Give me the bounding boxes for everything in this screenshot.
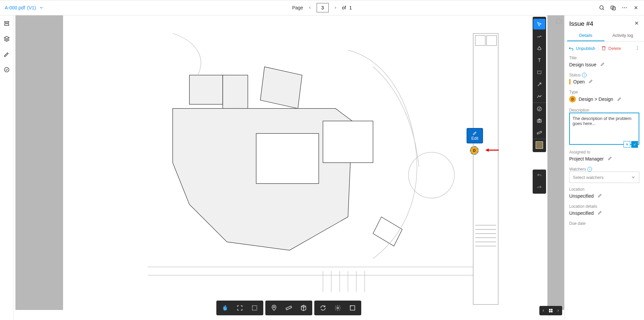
- chevron-down-icon[interactable]: [38, 4, 45, 11]
- undo-icon[interactable]: [533, 170, 546, 182]
- polyline-tool-icon[interactable]: [533, 90, 546, 103]
- svg-marker-31: [485, 148, 489, 152]
- svg-line-1: [603, 9, 604, 10]
- location-details-field-label: Location details: [569, 204, 639, 209]
- trash-icon: [601, 46, 606, 51]
- edit-tooltip[interactable]: Edit: [467, 128, 483, 143]
- fit-icon[interactable]: [232, 302, 247, 314]
- home-icon[interactable]: [555, 17, 562, 25]
- issue-panel: Issue #4 Details Activity log Unpublish …: [564, 15, 644, 320]
- svg-rect-9: [5, 21, 9, 23]
- fullscreen-icon[interactable]: [345, 302, 360, 314]
- svg-point-51: [637, 46, 638, 47]
- unpublish-button[interactable]: Unpublish: [569, 46, 595, 51]
- tab-activity-log[interactable]: Activity log: [604, 30, 642, 41]
- file-version: (V1): [27, 5, 36, 10]
- description-textarea[interactable]: [569, 113, 639, 145]
- svg-rect-17: [256, 133, 319, 183]
- select-tool-icon[interactable]: [533, 19, 545, 29]
- svg-point-43: [337, 307, 339, 309]
- edit-status-icon[interactable]: [589, 79, 593, 84]
- due-date-field-label: Due date: [569, 221, 639, 226]
- markup-toolbar: [533, 17, 546, 152]
- text-tool-icon[interactable]: [533, 54, 546, 66]
- camera-tool-icon[interactable]: [533, 115, 546, 127]
- svg-rect-46: [551, 309, 553, 311]
- svg-point-38: [538, 120, 540, 122]
- thumb-prev-icon[interactable]: [540, 307, 547, 315]
- ruler-tool-icon[interactable]: [533, 127, 546, 139]
- watchers-select[interactable]: Select watchers: [569, 172, 639, 183]
- page-of-label: of: [342, 5, 346, 10]
- location-details-field-value: Unspecified: [569, 210, 594, 216]
- svg-marker-19: [373, 217, 402, 246]
- info-icon[interactable]: i: [582, 73, 587, 77]
- status-field-label: Status: [569, 73, 581, 77]
- panel-icon[interactable]: [2, 19, 11, 28]
- zoom-window-icon[interactable]: [247, 302, 262, 314]
- svg-point-41: [273, 307, 274, 308]
- close-icon[interactable]: [633, 4, 639, 11]
- cube-3d-icon[interactable]: [296, 302, 311, 314]
- bottom-toolbar: [216, 301, 361, 315]
- svg-rect-34: [538, 71, 541, 74]
- redo-icon[interactable]: [533, 182, 546, 194]
- arrow-tool-icon[interactable]: [533, 78, 546, 90]
- thumb-grid-icon[interactable]: [547, 307, 555, 315]
- edit-location-icon[interactable]: [598, 193, 602, 199]
- svg-point-5: [624, 7, 625, 8]
- measure-icon[interactable]: [281, 302, 296, 314]
- thumb-next-icon[interactable]: [555, 307, 561, 315]
- location-pin-icon[interactable]: [267, 302, 281, 314]
- page-prev-icon[interactable]: [307, 4, 313, 11]
- search-icon[interactable]: [598, 4, 605, 11]
- refresh-icon[interactable]: [316, 302, 330, 314]
- markup-pencil-icon[interactable]: [2, 50, 11, 59]
- description-cancel-button[interactable]: ✕: [624, 141, 630, 148]
- page-total: 1: [349, 5, 352, 10]
- main: Edit D: [0, 15, 644, 320]
- edit-type-icon[interactable]: [617, 97, 622, 102]
- type-field-value: Design > Design: [579, 97, 613, 102]
- page-next-icon[interactable]: [332, 4, 339, 11]
- svg-rect-44: [350, 306, 355, 310]
- file-name[interactable]: A-000.pdf: [5, 5, 25, 10]
- edit-assigned-icon[interactable]: [608, 156, 612, 162]
- svg-rect-48: [551, 311, 553, 313]
- color-swatch[interactable]: [533, 139, 546, 151]
- settings-gear-icon[interactable]: [330, 302, 345, 314]
- info-icon[interactable]: i: [587, 167, 592, 172]
- compare-icon[interactable]: [610, 4, 616, 11]
- svg-rect-14: [223, 75, 248, 109]
- layers-icon[interactable]: [2, 34, 11, 44]
- panel-close-icon[interactable]: [634, 20, 639, 27]
- rectangle-tool-icon[interactable]: [533, 66, 546, 78]
- freehand-tool-icon[interactable]: [533, 30, 546, 42]
- edit-location-details-icon[interactable]: [598, 210, 602, 216]
- assigned-field-label: Assigned to: [569, 150, 639, 154]
- delete-button[interactable]: Delete: [601, 46, 621, 51]
- left-rail: [0, 15, 13, 320]
- status-field-value: Open: [573, 79, 585, 84]
- pan-tool-icon[interactable]: [218, 302, 232, 314]
- chevron-down-icon: [631, 175, 636, 180]
- drawing-canvas[interactable]: Edit D: [65, 17, 547, 309]
- svg-rect-47: [549, 311, 551, 313]
- unpublish-icon: [569, 46, 574, 51]
- page-input[interactable]: [317, 3, 329, 12]
- svg-marker-15: [260, 67, 302, 108]
- pencil-icon: [473, 131, 477, 135]
- panel-more-icon[interactable]: [635, 45, 640, 52]
- tab-details[interactable]: Details: [567, 30, 604, 41]
- issues-check-icon[interactable]: [2, 65, 11, 74]
- review-check-icon[interactable]: [533, 103, 546, 115]
- issue-marker[interactable]: D: [470, 146, 479, 155]
- svg-point-12: [4, 67, 9, 72]
- description-confirm-button[interactable]: ✓: [631, 141, 638, 148]
- site-plan: [65, 17, 547, 309]
- location-field-value: Unspecified: [569, 193, 594, 199]
- more-icon[interactable]: [621, 4, 628, 11]
- viewer[interactable]: Edit D: [13, 15, 564, 320]
- highlight-tool-icon[interactable]: [533, 42, 546, 54]
- edit-title-icon[interactable]: [600, 62, 605, 67]
